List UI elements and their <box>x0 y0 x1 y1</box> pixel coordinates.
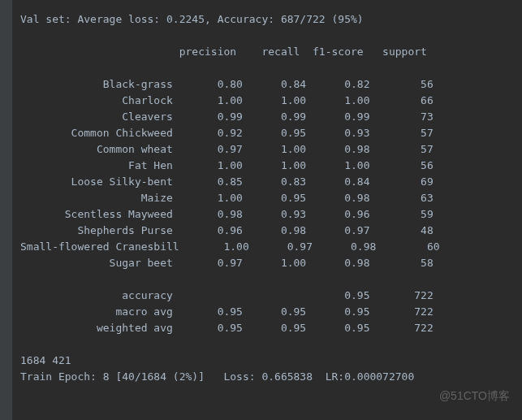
blank-line <box>20 271 514 288</box>
counts-line: 1684 421 <box>20 353 514 369</box>
table-row: Scentless Mayweed 0.98 0.93 0.96 59 <box>20 206 514 223</box>
table-row: Black-grass 0.80 0.84 0.82 56 <box>20 76 514 93</box>
table-row: Small-flowered Cranesbill 1.00 0.97 0.98… <box>20 239 514 255</box>
terminal-output: Val set: Average loss: 0.2245, Accuracy:… <box>12 0 522 420</box>
table-row: Loose Silky-bent 0.85 0.83 0.84 69 <box>20 174 514 190</box>
macro-avg-row: macro avg 0.95 0.95 0.95 722 <box>20 304 514 320</box>
table-row: Charlock 1.00 1.00 1.00 66 <box>20 93 514 109</box>
table-row: Sugar beet 0.97 1.00 0.98 58 <box>20 255 514 271</box>
val-summary-line: Val set: Average loss: 0.2245, Accuracy:… <box>20 11 514 28</box>
weighted-avg-row: weighted avg 0.95 0.95 0.95 722 <box>20 320 514 336</box>
table-row: Fat Hen 1.00 1.00 1.00 56 <box>20 158 514 174</box>
table-row: Shepherds Purse 0.96 0.98 0.97 48 <box>20 223 514 239</box>
blank-line <box>20 60 514 76</box>
blank-line <box>20 28 514 44</box>
table-row: Maize 1.00 0.95 0.98 63 <box>20 190 514 206</box>
column-header: precision recall f1-score support <box>20 44 514 60</box>
blank-line <box>20 336 514 353</box>
train-epoch-line: Train Epoch: 8 [40/1684 (2%)] Loss: 0.66… <box>20 369 514 385</box>
table-row: Cleavers 0.99 0.99 0.99 73 <box>20 109 514 125</box>
watermark: @51CTO博客 <box>439 389 510 404</box>
table-row: Common wheat 0.97 1.00 0.98 57 <box>20 141 514 158</box>
accuracy-row: accuracy 0.95 722 <box>20 288 514 304</box>
ide-sidebar <box>0 0 12 420</box>
table-row: Common Chickweed 0.92 0.95 0.93 57 <box>20 125 514 141</box>
